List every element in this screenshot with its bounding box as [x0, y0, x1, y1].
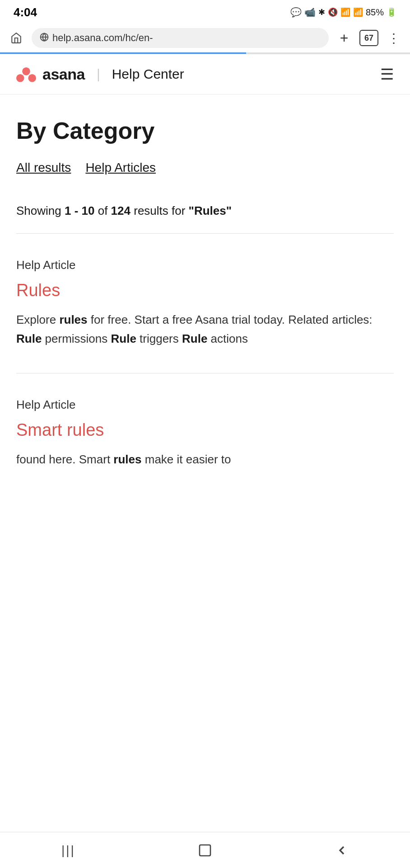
result-item-1: Help Article Rules Explore rules for fre… — [16, 245, 394, 362]
result-item-2: Help Article Smart rules found here. Sma… — [16, 384, 394, 483]
nav-menu-button[interactable]: ||| — [50, 837, 86, 864]
results-middle: of — [94, 204, 111, 217]
svg-point-4 — [28, 74, 36, 82]
results-total: 124 — [111, 204, 130, 217]
result-excerpt-1: Explore rules for free. Start a free Asa… — [16, 311, 394, 348]
results-query: "Rules" — [189, 204, 232, 217]
battery-icon: 🔋 — [387, 7, 396, 17]
rules-bold-1: rules — [59, 313, 87, 326]
battery-text: 85% — [366, 7, 384, 18]
rules-bold-smart: rules — [113, 453, 141, 466]
filter-help-articles[interactable]: Help Articles — [85, 160, 156, 175]
progress-fill — [0, 52, 246, 54]
hamburger-menu-button[interactable]: ☰ — [380, 65, 394, 83]
asana-logo-icon — [16, 66, 36, 82]
filter-all-results[interactable]: All results — [16, 160, 71, 175]
video-icon: 📹 — [304, 7, 316, 18]
status-icons: 💬 📹 ✱ 🔇 📶 📶 85% 🔋 — [290, 7, 396, 18]
results-summary: Showing 1 - 10 of 124 results for "Rules… — [16, 202, 394, 220]
result-type-2: Help Article — [16, 398, 394, 412]
page-load-progress — [0, 52, 410, 54]
browser-action-buttons: + 67 ⋮ — [335, 29, 403, 47]
security-icon — [40, 33, 49, 44]
separator-2 — [16, 373, 394, 373]
browser-home-button[interactable] — [7, 29, 25, 47]
results-range: 1 - 10 — [65, 204, 95, 217]
result-excerpt-2: found here. Smart rules make it easier t… — [16, 450, 394, 469]
help-center-label: Help Center — [112, 66, 184, 82]
page-title: By Category — [16, 117, 394, 144]
status-bar: 4:04 💬 📹 ✱ 🔇 📶 📶 85% 🔋 — [0, 0, 410, 24]
address-bar[interactable]: help.asana.com/hc/en- — [32, 28, 329, 48]
separator-1 — [16, 233, 394, 234]
svg-rect-5 — [200, 845, 210, 856]
filter-tabs: All results Help Articles — [16, 160, 394, 175]
nav-back-button[interactable] — [324, 837, 360, 864]
site-header: asana | Help Center ☰ — [0, 54, 410, 94]
svg-point-3 — [16, 74, 24, 82]
svg-point-2 — [22, 67, 30, 75]
result-type-1: Help Article — [16, 258, 394, 272]
signal-icon: 📶 — [353, 7, 363, 17]
result-title-1[interactable]: Rules — [16, 279, 394, 302]
browser-menu-button[interactable]: ⋮ — [385, 29, 403, 47]
results-prefix: Showing — [16, 204, 65, 217]
browser-chrome: help.asana.com/hc/en- + 67 ⋮ — [0, 24, 410, 54]
result-title-2[interactable]: Smart rules — [16, 419, 394, 441]
rule-bold-1: Rule — [16, 332, 42, 345]
rule-bold-2: Rule — [111, 332, 136, 345]
nav-home-button[interactable] — [187, 837, 223, 864]
rule-bold-3: Rule — [182, 332, 207, 345]
browser-toolbar: help.asana.com/hc/en- + 67 ⋮ — [0, 24, 410, 52]
asana-logo[interactable]: asana — [16, 66, 85, 83]
mute-icon: 🔇 — [328, 7, 338, 17]
bluetooth-icon: ✱ — [318, 7, 325, 17]
results-suffix: results for — [130, 204, 189, 217]
wifi-icon: 📶 — [340, 7, 350, 17]
messenger-icon: 💬 — [290, 7, 302, 18]
tabs-count-button[interactable]: 67 — [359, 30, 378, 46]
header-divider: | — [97, 66, 100, 82]
asana-wordmark: asana — [42, 66, 85, 83]
status-time: 4:04 — [14, 5, 37, 19]
bottom-nav: ||| — [0, 832, 410, 868]
new-tab-button[interactable]: + — [335, 29, 353, 47]
url-text: help.asana.com/hc/en- — [52, 32, 321, 44]
logo-area: asana | Help Center — [16, 66, 184, 83]
main-content: By Category All results Help Articles Sh… — [0, 94, 410, 483]
